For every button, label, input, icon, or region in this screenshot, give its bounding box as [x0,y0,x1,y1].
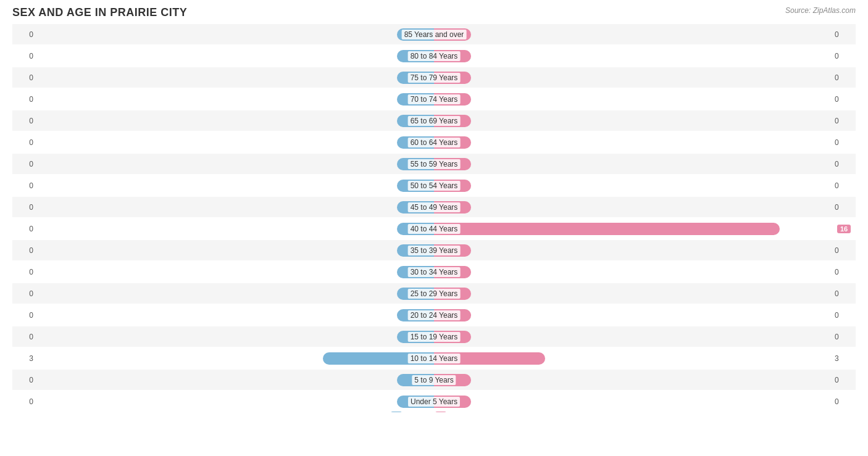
center-label: Under 5 Years [408,397,460,407]
bar-row: 0Under 5 Years0 [12,391,856,412]
chart-area: 085 Years and over0080 to 84 Years0075 t… [12,24,856,400]
source-text: Source: ZipAtlas.com [785,6,856,15]
left-value: 0 [12,289,37,298]
center-label: 60 to 64 Years [408,138,461,147]
bar-row: 065 to 69 Years0 [12,110,856,131]
bar-row: 075 to 79 Years0 [12,67,856,88]
left-value: 0 [12,30,37,39]
bars-wrapper: 35 to 39 Years [37,240,831,260]
bars-wrapper: 25 to 29 Years [37,283,831,304]
bars-wrapper: 30 to 34 Years [37,262,831,282]
left-value: 0 [12,397,37,406]
left-value: 0 [12,181,37,190]
bars-wrapper: 20 to 24 Years [37,305,831,325]
left-value: 0 [12,52,37,60]
highlight-badge: 16 [837,225,851,233]
center-label: 35 to 39 Years [408,246,461,255]
center-label: 20 to 24 Years [408,310,461,320]
bar-female [434,223,780,235]
center-label: 65 to 69 Years [408,116,461,126]
right-value: 0 [831,203,856,212]
center-label: 30 to 34 Years [408,267,461,277]
bar-row: 060 to 64 Years0 [12,132,856,152]
chart-title: SEX AND AGE IN PRAIRIE CITY [12,6,856,19]
bars-wrapper: Under 5 Years [37,391,831,412]
bars-wrapper: 45 to 49 Years [37,197,831,217]
left-value: 0 [12,246,37,255]
center-label: 80 to 84 Years [408,51,461,61]
left-value: 0 [12,73,37,82]
bars-wrapper: 75 to 79 Years [37,67,831,88]
bar-row: 015 to 19 Years0 [12,326,856,347]
bars-wrapper: 40 to 44 Years [37,218,831,239]
bar-row: 035 to 39 Years0 [12,240,856,260]
center-label: 45 to 49 Years [408,202,461,212]
center-label: 40 to 44 Years [408,224,461,234]
left-value: 0 [12,225,37,233]
right-bar-container [434,223,780,235]
right-value: 0 [831,73,856,82]
right-value: 0 [831,181,856,190]
center-label: 5 to 9 Years [412,375,456,385]
bars-wrapper: 50 to 54 Years [37,175,831,196]
left-value: 0 [12,311,37,320]
bars-wrapper: 55 to 59 Years [37,154,831,174]
bar-row: 085 Years and over0 [12,24,856,44]
left-value: 0 [12,333,37,341]
bar-row: 025 to 29 Years0 [12,283,856,304]
left-value: 0 [12,117,37,125]
right-value: 0 [831,52,856,60]
right-value: 0 [831,246,856,255]
left-value: 3 [12,354,37,363]
bars-wrapper: 15 to 19 Years [37,326,831,347]
center-label: 15 to 19 Years [408,332,461,342]
bars-wrapper: 80 to 84 Years [37,46,831,66]
left-value: 0 [12,160,37,168]
bar-row: 020 to 24 Years0 [12,305,856,325]
center-label: 25 to 29 Years [408,289,461,299]
center-label: 70 to 74 Years [408,94,461,104]
chart-container: SEX AND AGE IN PRAIRIE CITY Source: ZipA… [0,0,868,456]
right-value: 16 [831,225,856,233]
left-value: 0 [12,203,37,212]
right-value: 0 [831,376,856,384]
bars-wrapper: 60 to 64 Years [37,132,831,152]
left-value: 0 [12,376,37,384]
left-value: 0 [12,138,37,147]
right-value: 0 [831,117,856,125]
bar-row: 045 to 49 Years0 [12,197,856,217]
bar-row: 030 to 34 Years0 [12,262,856,282]
right-value: 0 [831,397,856,406]
right-value: 0 [831,333,856,341]
bar-row: 040 to 44 Years16 [12,218,856,239]
left-value: 0 [12,268,37,276]
bar-row: 050 to 54 Years0 [12,175,856,196]
center-label: 55 to 59 Years [408,159,461,169]
center-label: 75 to 79 Years [408,73,461,83]
right-value: 0 [831,138,856,147]
bars-wrapper: 70 to 74 Years [37,89,831,109]
bar-row: 310 to 14 Years3 [12,348,856,368]
right-value: 0 [831,289,856,298]
bars-wrapper: 5 to 9 Years [37,370,831,390]
right-value: 3 [831,354,856,363]
right-value: 0 [831,30,856,39]
bar-row: 055 to 59 Years0 [12,154,856,174]
center-label: 10 to 14 Years [408,354,461,363]
bars-wrapper: 65 to 69 Years [37,110,831,131]
center-label: 85 Years and over [402,30,467,39]
bar-row: 05 to 9 Years0 [12,370,856,390]
bar-row: 080 to 84 Years0 [12,46,856,66]
right-value: 0 [831,311,856,320]
right-value: 0 [831,268,856,276]
right-value: 0 [831,95,856,104]
center-label: 50 to 54 Years [408,181,461,191]
bars-wrapper: 85 Years and over [37,24,831,44]
bars-wrapper: 10 to 14 Years [37,348,831,368]
bar-row: 070 to 74 Years0 [12,89,856,109]
left-value: 0 [12,95,37,104]
right-value: 0 [831,160,856,168]
